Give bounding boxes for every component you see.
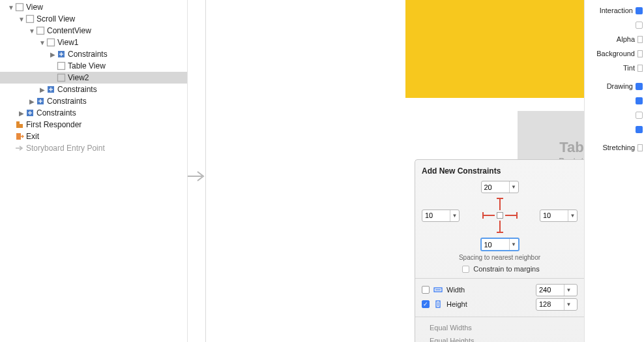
outline-item[interactable]: View1 <box>0 37 187 48</box>
inspector-alpha-label: Alpha <box>589 32 644 46</box>
outline-item-label: Constraints <box>57 85 97 94</box>
outline-item[interactable]: View <box>0 1 187 13</box>
svg-rect-8 <box>58 74 65 82</box>
outline-item[interactable]: Constraints <box>0 95 187 107</box>
height-input[interactable] <box>536 300 564 308</box>
view-icon <box>57 61 66 70</box>
left-spacing-field[interactable]: ▼ <box>422 210 460 222</box>
inspector-row <box>589 18 644 32</box>
svg-rect-2 <box>37 27 44 35</box>
outline-item[interactable]: View2 <box>0 72 187 84</box>
tint-swatch[interactable] <box>637 65 643 72</box>
outline-item-label: View1 <box>57 38 78 47</box>
height-field[interactable]: ▼ <box>536 298 578 311</box>
storyboard-entry-icon <box>15 144 24 153</box>
outline-item[interactable]: Table View <box>0 60 187 72</box>
interaction-checkbox[interactable] <box>636 7 643 14</box>
constraints-icon <box>25 108 35 117</box>
drawing-checkbox-3[interactable] <box>636 112 643 119</box>
top-spacing-input[interactable] <box>482 183 509 191</box>
dropdown-icon[interactable]: ▼ <box>568 210 577 221</box>
outline-item-label: Constraints <box>47 97 87 106</box>
disclosure-triangle-icon[interactable] <box>8 4 14 11</box>
constraints-icon <box>57 50 66 59</box>
outline-item-label: View <box>26 3 43 12</box>
table-view-title: Table View <box>559 139 584 156</box>
canvas[interactable]: Table View Prototype Content Add New Con… <box>188 0 584 342</box>
disclosure-triangle-icon[interactable] <box>29 27 35 35</box>
svg-rect-18 <box>16 133 21 140</box>
constrain-margins-checkbox[interactable] <box>462 266 469 273</box>
disclosure-triangle-icon[interactable] <box>18 110 25 117</box>
outline-item[interactable]: Constraints <box>0 48 187 60</box>
inspector-row <box>589 93 644 108</box>
stretching-field[interactable] <box>637 144 643 151</box>
dropdown-icon[interactable]: ▼ <box>509 239 518 250</box>
view-icon <box>36 26 45 35</box>
view-icon <box>57 73 66 82</box>
inspector-row <box>589 122 644 136</box>
popover-title: Add New Constraints <box>422 166 578 176</box>
segue-arrow-icon <box>188 170 207 183</box>
outline-item[interactable]: Scroll View <box>0 13 187 25</box>
height-icon <box>433 300 443 308</box>
dropdown-icon[interactable]: ▼ <box>509 181 518 193</box>
width-input[interactable] <box>536 286 564 294</box>
left-spacing-input[interactable] <box>422 211 450 219</box>
spacing-cross-icon <box>480 196 520 235</box>
width-checkbox[interactable] <box>422 286 430 294</box>
attributes-inspector: Interaction Alpha Background Tint Drawin… <box>584 0 644 342</box>
outline-item[interactable]: Constraints <box>0 107 187 119</box>
dropdown-icon[interactable]: ▼ <box>564 285 573 296</box>
right-spacing-field[interactable]: ▼ <box>540 210 578 222</box>
view1-yellow[interactable] <box>405 0 584 98</box>
spacing-caption: Spacing to nearest neighbor <box>422 254 578 261</box>
disclosure-triangle-icon[interactable] <box>39 39 46 46</box>
interaction-checkbox-2[interactable] <box>636 22 643 29</box>
outline-item[interactable]: First Responder <box>0 119 187 131</box>
document-outline: ViewScroll ViewContentViewView1Constrain… <box>0 0 188 342</box>
top-spacing-field[interactable]: ▼ <box>481 181 519 193</box>
disclosure-triangle-icon[interactable] <box>29 98 35 105</box>
disclosure-triangle-icon[interactable] <box>39 86 46 93</box>
outline-item-label: Constraints <box>68 50 108 59</box>
width-icon <box>433 286 443 294</box>
constraints-icon <box>46 85 55 94</box>
bottom-spacing-input[interactable] <box>482 241 509 249</box>
drawing-checkbox-4[interactable] <box>636 126 643 133</box>
outline-item-label: ContentView <box>47 26 91 35</box>
outline-item[interactable]: ContentView <box>0 25 187 37</box>
outline-item-label: Exit <box>26 132 39 141</box>
disclosure-triangle-icon[interactable] <box>50 51 56 58</box>
view-icon <box>46 38 55 47</box>
constrain-margins-label: Constrain to margins <box>473 265 540 273</box>
equal-widths-label: Equal Widths <box>430 324 472 332</box>
outline-item-label: Table View <box>68 61 106 70</box>
dropdown-icon[interactable]: ▼ <box>564 299 573 310</box>
svg-rect-7 <box>58 63 65 70</box>
drawing-checkbox-1[interactable] <box>636 83 643 90</box>
inspector-background-label: Background <box>589 46 644 61</box>
equal-heights-label: Equal Heights <box>430 337 475 342</box>
outline-item-label: First Responder <box>26 120 81 129</box>
background-swatch[interactable] <box>637 50 643 57</box>
inspector-interaction-label: Interaction <box>589 3 644 18</box>
width-field[interactable]: ▼ <box>536 284 578 296</box>
alpha-field[interactable] <box>637 36 643 43</box>
add-constraints-popover: Add New Constraints ▼ ▼ <box>415 159 584 342</box>
inspector-row <box>589 108 644 122</box>
outline-item[interactable]: Storyboard Entry Point <box>0 142 187 154</box>
bottom-spacing-field[interactable]: ▼ <box>480 238 520 251</box>
first-responder-icon <box>15 120 24 129</box>
dropdown-icon[interactable]: ▼ <box>450 210 459 221</box>
outline-item-label: Constraints <box>37 108 76 117</box>
right-spacing-input[interactable] <box>540 211 568 219</box>
disclosure-triangle-icon[interactable] <box>18 16 25 23</box>
height-checkbox[interactable] <box>422 300 430 308</box>
drawing-checkbox-2[interactable] <box>636 97 643 104</box>
inspector-drawing-label: Drawing <box>589 79 644 93</box>
inspector-tint-label: Tint <box>589 61 644 75</box>
exit-icon <box>15 132 24 141</box>
outline-item[interactable]: Constraints <box>0 84 187 95</box>
outline-item[interactable]: Exit <box>0 131 187 142</box>
